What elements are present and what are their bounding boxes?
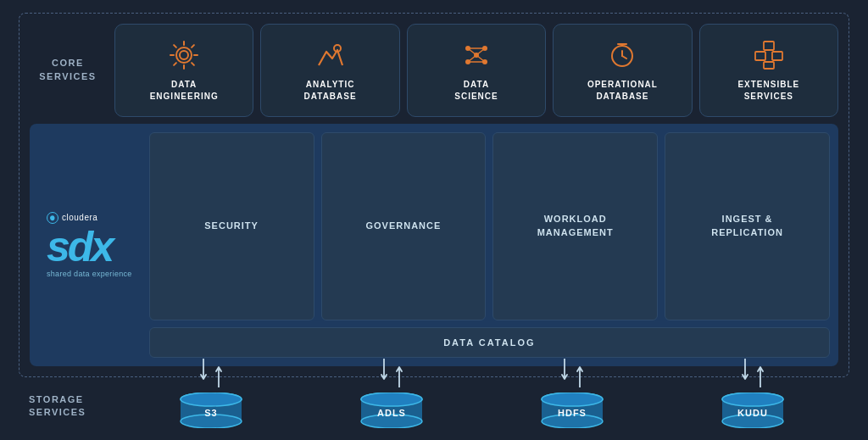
sdx-card-ingest-replication[interactable]: INGEST & REPLICATION <box>665 132 830 320</box>
gear-icon <box>169 40 199 70</box>
cylinder-hdfs: HDFS <box>538 393 606 428</box>
analytic-database-label: ANALYTIC DATABASE <box>304 79 357 103</box>
mountain-icon <box>315 40 346 70</box>
svg-rect-21 <box>772 52 782 60</box>
svg-line-16 <box>622 56 626 58</box>
sdx-section: cloudera sdx shared data experience SECU… <box>30 124 838 366</box>
sdx-card-workload-management[interactable]: WORKLOAD MANAGEMENT <box>492 132 658 320</box>
sdx-cards-row: SECURITY GOVERNANCE WORKLOAD MANAGEMENT … <box>149 132 830 320</box>
service-card-operational-database[interactable]: OPERATIONAL DATABASE <box>553 24 692 117</box>
service-card-analytic-database[interactable]: ANALYTIC DATABASE <box>260 24 399 117</box>
workload-management-label: WORKLOAD MANAGEMENT <box>537 213 614 239</box>
security-label: SECURITY <box>204 220 259 232</box>
science-icon <box>461 40 492 70</box>
data-science-label: DATA SCIENCE <box>454 79 498 103</box>
cylinder-adls: ADLS <box>358 393 426 428</box>
svg-line-9 <box>476 48 485 55</box>
core-services-label: CORE SERVICES <box>30 57 106 83</box>
extensible-services-label: EXTENSIBLE SERVICES <box>737 79 799 103</box>
main-container: CORE SERVICES DATA ENGINEERING <box>19 13 849 428</box>
svg-point-42 <box>722 393 783 406</box>
storage-section: STORAGE SERVICES S3 <box>19 343 849 428</box>
core-services-cards: DATA ENGINEERING ANALYTIC DATABASE <box>114 24 838 117</box>
governance-label: GOVERNANCE <box>365 220 441 232</box>
box-icon <box>754 40 784 70</box>
arrows-kudu <box>740 359 765 387</box>
storage-item-adls: ADLS <box>304 359 478 428</box>
storage-item-hdfs: HDFS <box>485 359 659 428</box>
operational-database-label: OPERATIONAL DATABASE <box>587 79 658 103</box>
service-card-data-science[interactable]: DATA SCIENCE <box>407 24 546 117</box>
cylinder-s3: S3 <box>177 393 245 428</box>
service-card-data-engineering[interactable]: DATA ENGINEERING <box>114 24 253 117</box>
svg-point-32 <box>361 393 422 406</box>
svg-point-0 <box>180 51 188 59</box>
svg-text:KUDU: KUDU <box>737 408 768 418</box>
service-card-extensible-services[interactable]: EXTENSIBLE SERVICES <box>699 24 838 117</box>
cloudera-wordmark: cloudera <box>47 212 97 224</box>
data-engineering-label: DATA ENGINEERING <box>150 79 219 103</box>
storage-item-s3: S3 <box>124 359 298 428</box>
cylinder-kudu: KUDU <box>719 393 787 428</box>
svg-rect-22 <box>764 62 774 69</box>
svg-line-8 <box>468 48 476 55</box>
clock-icon <box>607 40 637 70</box>
outer-border: CORE SERVICES DATA ENGINEERING <box>19 13 849 377</box>
arrows-s3 <box>198 359 224 387</box>
ingest-replication-label: INGEST & REPLICATION <box>711 213 783 239</box>
svg-text:HDFS: HDFS <box>558 408 587 418</box>
svg-line-10 <box>468 55 476 62</box>
sdx-card-governance[interactable]: GOVERNANCE <box>321 132 487 320</box>
core-services-row: CORE SERVICES DATA ENGINEERING <box>30 24 838 117</box>
svg-text:ADLS: ADLS <box>377 408 406 418</box>
svg-line-11 <box>476 55 485 62</box>
sdx-card-security[interactable]: SECURITY <box>149 132 314 320</box>
storage-services-label: STORAGE SERVICES <box>29 393 105 428</box>
svg-rect-19 <box>764 42 774 50</box>
svg-text:S3: S3 <box>204 408 217 418</box>
svg-point-27 <box>181 393 242 406</box>
sdx-brand: cloudera sdx shared data experience <box>38 132 141 358</box>
sdx-tagline: shared data experience <box>47 270 132 278</box>
storage-item-kudu: KUDU <box>665 359 839 428</box>
svg-rect-20 <box>755 52 765 60</box>
storage-items: S3 ADLS <box>124 359 839 428</box>
arrows-hdfs <box>559 359 585 387</box>
sdx-right: SECURITY GOVERNANCE WORKLOAD MANAGEMENT … <box>149 132 830 358</box>
cloudera-text: cloudera <box>62 213 97 222</box>
sdx-logo: sdx <box>47 226 112 268</box>
arrows-adls <box>379 359 404 387</box>
svg-point-37 <box>542 393 603 406</box>
svg-point-1 <box>176 47 192 63</box>
